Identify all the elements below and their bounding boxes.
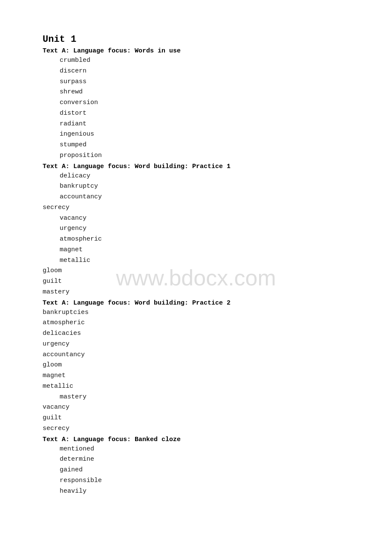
list-item: mentioned bbox=[43, 444, 349, 455]
list-item: surpass bbox=[43, 77, 349, 87]
list-item: determine bbox=[43, 454, 349, 465]
list-item: metallic bbox=[43, 256, 349, 266]
list-item: heavily bbox=[43, 486, 349, 497]
list-item: secrecy bbox=[43, 424, 349, 434]
list-item: conversion bbox=[43, 98, 349, 108]
list-item: magnet bbox=[43, 371, 349, 381]
list-item: ingenious bbox=[43, 129, 349, 140]
list-item: accountancy bbox=[43, 350, 349, 360]
list-item: guilt bbox=[43, 276, 349, 287]
section-text-a-banked-cloze: Text A: Language focus: Banked clozement… bbox=[43, 436, 349, 497]
list-item: magnet bbox=[43, 245, 349, 256]
page-container: Unit 1 Text A: Language focus: Words in … bbox=[43, 34, 349, 497]
list-item: gained bbox=[43, 465, 349, 476]
list-item: gloom bbox=[43, 360, 349, 371]
section-header-2: Text A: Language focus: Word building: P… bbox=[43, 299, 349, 307]
list-item: gloom bbox=[43, 266, 349, 276]
list-item: secrecy bbox=[43, 203, 349, 213]
list-item: stumped bbox=[43, 140, 349, 151]
list-item: atmospheric bbox=[43, 234, 349, 245]
list-item: shrewd bbox=[43, 87, 349, 98]
list-item: distort bbox=[43, 108, 349, 119]
list-item: urgency bbox=[43, 224, 349, 234]
list-item: vacancy bbox=[43, 213, 349, 224]
list-item: atmospheric bbox=[43, 318, 349, 328]
section-text-a-word-building-p2: Text A: Language focus: Word building: P… bbox=[43, 299, 349, 434]
list-item: bankruptcy bbox=[43, 181, 349, 192]
section-text-a-word-building-p1: Text A: Language focus: Word building: P… bbox=[43, 163, 349, 298]
list-item: responsible bbox=[43, 476, 349, 486]
list-item: delicacies bbox=[43, 328, 349, 339]
list-item: bankruptcies bbox=[43, 308, 349, 318]
list-item: mastery bbox=[43, 392, 349, 403]
list-item: proposition bbox=[43, 151, 349, 161]
list-item: radiant bbox=[43, 119, 349, 130]
sections-container: Text A: Language focus: Words in usecrum… bbox=[43, 47, 349, 497]
list-item: metallic bbox=[43, 381, 349, 392]
section-header-1: Text A: Language focus: Word building: P… bbox=[43, 163, 349, 170]
unit-title: Unit 1 bbox=[43, 34, 349, 45]
section-header-0: Text A: Language focus: Words in use bbox=[43, 47, 349, 55]
list-item: discern bbox=[43, 66, 349, 77]
list-item: vacancy bbox=[43, 402, 349, 413]
list-item: crumbled bbox=[43, 55, 349, 66]
list-item: guilt bbox=[43, 413, 349, 424]
section-text-a-words-in-use: Text A: Language focus: Words in usecrum… bbox=[43, 47, 349, 161]
list-item: urgency bbox=[43, 339, 349, 350]
list-item: mastery bbox=[43, 287, 349, 298]
section-header-3: Text A: Language focus: Banked cloze bbox=[43, 436, 349, 443]
list-item: delicacy bbox=[43, 171, 349, 182]
list-item: accountancy bbox=[43, 192, 349, 203]
